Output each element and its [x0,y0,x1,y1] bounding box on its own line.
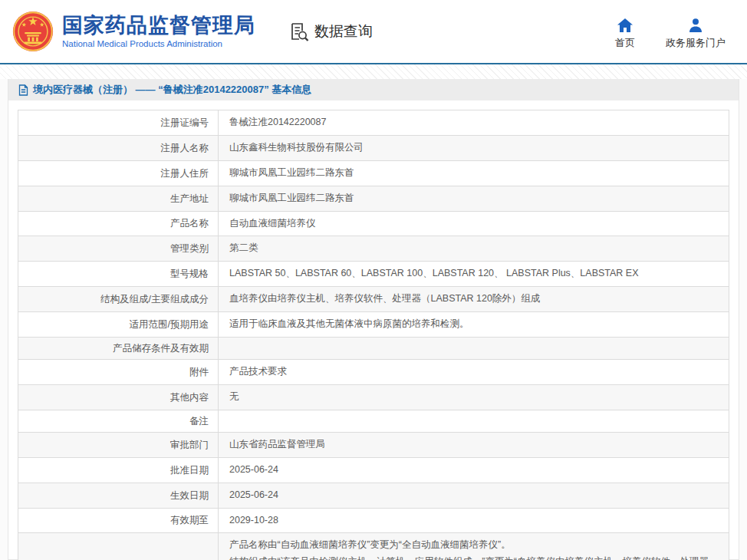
field-label-cell: 注册人名称 [18,135,219,160]
page-title: 境内医疗器械（注册） —— “鲁械注准20142220087” 基本信息 [33,83,311,97]
table-row: 生产地址 聊城市凤凰工业园纬二路东首 [18,186,729,211]
table-row: 注册人名称 山东鑫科生物科技股份有限公司 [18,135,729,160]
field-value-cell: 2025-06-24 [219,483,729,508]
table-row: 附件 产品技术要求 [18,360,729,385]
home-icon [617,18,633,32]
field-label-cell: 管理类别 [18,236,219,262]
field-value-cell [219,410,729,432]
field-value-cell: 第二类 [219,236,729,262]
field-value-cell [219,337,729,359]
table-row: 有效期至 2029-10-28 [18,508,729,533]
table-row: 管理类别 第二类 [18,236,729,262]
field-label: 审批部门 [170,440,209,450]
table-row: 注册证编号 鲁械注准20142220087 [18,110,729,136]
field-value-cell: 血培养仪由培养仪主机、培养仪软件、处理器（LABSTAR 120除外）组成 [219,287,729,312]
field-label: 有效期至 [170,515,209,525]
page-title-bar: 境内医疗器械（注册） —— “鲁械注准20142220087” 基本信息 [8,79,739,100]
field-label-cell: 审批部门 [18,432,219,457]
home-link-label: 首页 [615,36,635,50]
brand-title-cn: 国家药品监督管理局 [62,15,255,38]
field-value-cell: 自动血液细菌培养仪 [219,211,729,236]
field-label: 产品名称 [170,218,209,229]
field-label-cell: 产品名称 [18,211,219,236]
field-value-cell: 2029-10-28 [219,508,729,533]
portal-link-label: 政务服务门户 [666,36,726,50]
table-row: 产品储存条件及有效期 [18,337,729,359]
content-container: 境内医疗器械（注册） —— “鲁械注准20142220087” 基本信息 注册证… [8,79,739,560]
table-row: 批准日期 2025-06-24 [18,457,729,483]
field-value-cell: 聊城市凤凰工业园纬二路东首 [219,160,729,186]
field-label: 型号规格 [170,268,209,279]
table-row: 结构及组成/主要组成成分 血培养仪由培养仪主机、培养仪软件、处理器（LABSTA… [18,287,729,312]
table-row: 注册人住所 聊城市凤凰工业园纬二路东首 [18,160,729,186]
registration-info-table-wrap: 注册证编号 鲁械注准20142220087 注册人名称 山东鑫科生物科技股份有限… [18,110,729,560]
field-value-cell: 山东鑫科生物科技股份有限公司 [219,135,729,160]
field-value-cell: 产品名称由“自动血液细菌培养仪”变更为“全自动血液细菌培养仪”。 结构组成由“该… [219,533,729,560]
document-search-icon [289,21,310,42]
field-label: 注册人名称 [161,143,209,153]
table-row: 审批部门 山东省药品监督管理局 [18,432,729,457]
brand-block: 国家药品监督管理局 National Medical Products Admi… [62,15,255,49]
site-header: 国家药品监督管理局 National Medical Products Admi… [0,0,747,64]
field-label-cell: 变更情况 [18,533,219,560]
field-label-cell: 适用范围/预期用途 [18,312,219,338]
field-label: 注册人住所 [161,168,209,179]
field-label: 其他内容 [170,392,209,403]
field-label: 生效日期 [170,490,209,501]
field-label-cell: 附件 [18,360,219,385]
field-label: 批准日期 [170,465,209,476]
field-label-cell: 注册人住所 [18,160,219,186]
table-row: 生效日期 2025-06-24 [18,483,729,508]
field-label-cell: 批准日期 [18,457,219,483]
field-value-cell: 聊城市凤凰工业园纬二路东首 [219,186,729,211]
field-label-cell: 产品储存条件及有效期 [18,337,219,359]
document-icon [18,84,28,96]
field-value-cell: 山东省药品监督管理局 [219,432,729,457]
field-value-cell: LABSTAR 50、LABSTAR 60、LABSTAR 100、LABSTA… [219,262,729,287]
nav-data-query[interactable]: 数据查询 [289,21,373,42]
home-link[interactable]: 首页 [615,18,635,50]
table-row: 产品名称 自动血液细菌培养仪 [18,211,729,236]
user-icon [688,18,703,32]
field-label: 附件 [189,367,209,377]
stripe-band [0,64,747,79]
field-label-cell: 型号规格 [18,262,219,287]
field-label-cell: 结构及组成/主要组成成分 [18,287,219,312]
field-label-cell: 其他内容 [18,384,219,410]
field-label: 注册证编号 [161,117,209,128]
field-label: 备注 [189,416,209,427]
field-value-cell: 产品技术要求 [219,360,729,385]
national-emblem-logo [12,11,54,52]
table-row: 备注 [18,410,729,432]
field-label: 管理类别 [170,243,209,254]
portal-link[interactable]: 政务服务门户 [666,18,726,50]
field-value-cell: 2025-06-24 [219,457,729,483]
field-label-cell: 生效日期 [18,483,219,508]
nav-data-query-label: 数据查询 [314,21,373,41]
field-label-cell: 备注 [18,410,219,432]
field-label: 生产地址 [170,193,209,204]
field-label-cell: 注册证编号 [18,110,219,136]
field-label: 结构及组成/主要组成成分 [100,294,209,305]
field-label-cell: 有效期至 [18,508,219,533]
header-quick-links: 首页 政务服务门户 [615,18,726,50]
field-value-cell: 无 [219,384,729,410]
table-row: 变更情况 产品名称由“自动血液细菌培养仪”变更为“全自动血液细菌培养仪”。 结构… [18,533,729,560]
table-row: 其他内容 无 [18,384,729,410]
table-row: 适用范围/预期用途 适用于临床血液及其他无菌体液中病原菌的培养和检测。 [18,312,729,338]
registration-info-table: 注册证编号 鲁械注准20142220087 注册人名称 山东鑫科生物科技股份有限… [18,110,729,560]
info-table-body: 注册证编号 鲁械注准20142220087 注册人名称 山东鑫科生物科技股份有限… [18,110,729,560]
field-value-cell: 适用于临床血液及其他无菌体液中病原菌的培养和检测。 [219,312,729,338]
field-label: 适用范围/预期用途 [130,319,209,330]
field-label-cell: 生产地址 [18,186,219,211]
table-row: 型号规格 LABSTAR 50、LABSTAR 60、LABSTAR 100、L… [18,262,729,287]
field-value-cell: 鲁械注准20142220087 [219,110,729,136]
field-label: 产品储存条件及有效期 [113,343,209,354]
brand-title-en: National Medical Products Administration [62,39,255,48]
